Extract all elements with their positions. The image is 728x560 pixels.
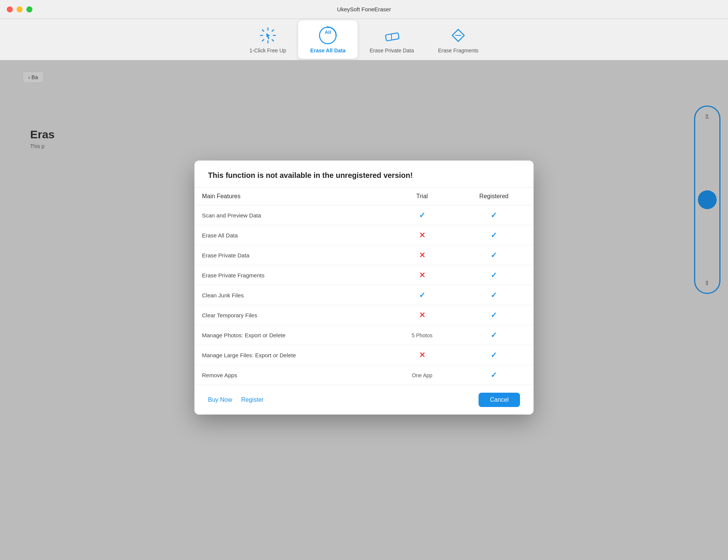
svg-line-12 <box>390 34 392 40</box>
trial-cell: 5 Photos <box>390 325 454 345</box>
column-header-features: Main Features <box>194 188 390 205</box>
one-click-icon <box>258 26 278 45</box>
registered-cell: ✓ <box>454 265 534 285</box>
registered-cell: ✓ <box>454 285 534 305</box>
cross-icon: ✕ <box>419 351 425 359</box>
tab-one-click-label: 1-Click Free Up <box>249 47 286 54</box>
features-table-container: Main Features Trial Registered Scan and … <box>194 188 534 385</box>
dialog: This function is not available in the un… <box>194 161 534 415</box>
table-row: Clear Temporary Files✕✓ <box>194 305 534 325</box>
cross-icon: ✕ <box>419 231 425 239</box>
feature-name-cell: Erase Private Fragments <box>194 265 390 285</box>
register-link[interactable]: Register <box>241 396 264 403</box>
cross-icon: ✕ <box>419 311 425 319</box>
column-header-trial: Trial <box>390 188 454 205</box>
check-icon: ✓ <box>491 211 497 219</box>
trial-cell: ✕ <box>390 265 454 285</box>
erase-private-icon <box>382 26 402 45</box>
feature-name-cell: Erase All Data <box>194 225 390 245</box>
svg-line-6 <box>272 30 274 31</box>
trial-text: 5 Photos <box>411 332 432 338</box>
app-toolbar: 1-Click Free Up All Erase All Data <box>0 19 728 60</box>
registered-cell: ✓ <box>454 205 534 225</box>
registered-cell: ✓ <box>454 225 534 245</box>
close-button[interactable] <box>7 6 13 12</box>
feature-name-cell: Manage Photos: Export or Delete <box>194 325 390 345</box>
trial-text: One App <box>412 372 433 378</box>
check-icon: ✓ <box>491 371 497 379</box>
table-row: Manage Photos: Export or Delete5 Photos✓ <box>194 325 534 345</box>
dialog-footer: Buy Now Register Cancel <box>194 385 534 415</box>
check-icon: ✓ <box>491 351 497 359</box>
table-row: Erase All Data✕✓ <box>194 225 534 245</box>
dialog-header: This function is not available in the un… <box>194 161 534 188</box>
feature-name-cell: Erase Private Data <box>194 245 390 265</box>
registered-cell: ✓ <box>454 305 534 325</box>
trial-cell: ✕ <box>390 245 454 265</box>
erase-fragments-icon <box>448 26 468 45</box>
check-icon: ✓ <box>491 231 497 239</box>
trial-cell: ✕ <box>390 345 454 365</box>
minimize-button[interactable] <box>17 6 23 12</box>
dialog-header-text: This function is not available in the un… <box>208 171 520 180</box>
tab-one-click-free-up[interactable]: 1-Click Free Up <box>237 20 298 59</box>
maximize-button[interactable] <box>26 6 32 12</box>
check-icon: ✓ <box>491 311 497 319</box>
check-icon: ✓ <box>419 291 425 299</box>
tab-erase-private-label: Erase Private Data <box>370 47 414 54</box>
svg-text:All: All <box>325 29 331 35</box>
features-table: Main Features Trial Registered Scan and … <box>194 188 534 385</box>
table-row: Erase Private Data✕✓ <box>194 245 534 265</box>
check-icon: ✓ <box>491 291 497 299</box>
buy-now-link[interactable]: Buy Now <box>208 396 232 403</box>
window-controls <box>7 6 32 12</box>
table-row: Manage Large Files: Export or Delete✕✓ <box>194 345 534 365</box>
tab-erase-all-label: Erase All Data <box>310 47 346 54</box>
registered-cell: ✓ <box>454 325 534 345</box>
tab-erase-all-data[interactable]: All Erase All Data <box>298 20 358 59</box>
table-row: Clean Junk Files✓✓ <box>194 285 534 305</box>
cross-icon: ✕ <box>419 271 425 279</box>
footer-links: Buy Now Register <box>208 396 264 403</box>
erase-all-icon: All <box>318 26 338 45</box>
check-icon: ✓ <box>419 211 425 219</box>
column-header-registered: Registered <box>454 188 534 205</box>
feature-name-cell: Manage Large Files: Export or Delete <box>194 345 390 365</box>
check-icon: ✓ <box>491 331 497 339</box>
svg-line-4 <box>262 30 264 31</box>
dialog-overlay: This function is not available in the un… <box>0 60 728 560</box>
title-bar: UkeySoft FoneEraser <box>0 0 728 19</box>
registered-cell: ✓ <box>454 365 534 385</box>
cross-icon: ✕ <box>419 251 425 259</box>
svg-point-10 <box>327 26 329 28</box>
check-icon: ✓ <box>491 251 497 259</box>
tab-erase-fragments-label: Erase Fragments <box>438 47 479 54</box>
registered-cell: ✓ <box>454 245 534 265</box>
tab-erase-fragments[interactable]: Erase Fragments <box>426 20 491 59</box>
svg-line-7 <box>262 40 264 41</box>
tab-erase-private-data[interactable]: Erase Private Data <box>358 20 426 59</box>
table-row: Scan and Preview Data✓✓ <box>194 205 534 225</box>
trial-cell: ✕ <box>390 305 454 325</box>
trial-cell: ✓ <box>390 205 454 225</box>
cancel-button[interactable]: Cancel <box>479 393 520 407</box>
svg-line-5 <box>272 40 274 41</box>
feature-name-cell: Scan and Preview Data <box>194 205 390 225</box>
feature-name-cell: Clean Junk Files <box>194 285 390 305</box>
registered-cell: ✓ <box>454 345 534 365</box>
check-icon: ✓ <box>491 271 497 279</box>
trial-cell: ✓ <box>390 285 454 305</box>
trial-cell: ✕ <box>390 225 454 245</box>
trial-cell: One App <box>390 365 454 385</box>
feature-name-cell: Remove Apps <box>194 365 390 385</box>
svg-rect-11 <box>385 32 399 41</box>
main-content: ‹ Ba Eras This p ed ee This function is … <box>0 60 728 560</box>
table-row: Remove AppsOne App✓ <box>194 365 534 385</box>
window-title: UkeySoft FoneEraser <box>337 6 391 12</box>
table-row: Erase Private Fragments✕✓ <box>194 265 534 285</box>
feature-name-cell: Clear Temporary Files <box>194 305 390 325</box>
